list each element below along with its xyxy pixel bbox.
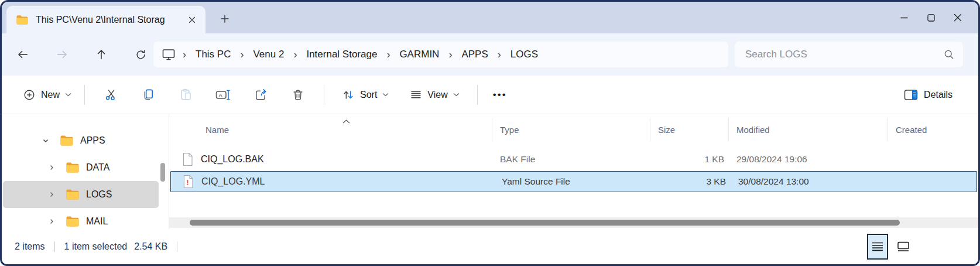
breadcrumb-separator: › [494, 49, 505, 61]
forward-button[interactable] [54, 46, 70, 63]
sidebar-item-apps[interactable]: APPS [3, 127, 159, 154]
tab-close-icon[interactable] [184, 12, 200, 28]
up-button[interactable] [93, 46, 109, 63]
breadcrumb-separator: › [179, 49, 190, 61]
folder-icon [66, 189, 80, 200]
breadcrumb-this-pc[interactable]: This PC [190, 46, 237, 63]
sidebar-scrollbar[interactable] [160, 163, 165, 182]
chevron-right-icon[interactable] [45, 191, 58, 198]
copy-button[interactable] [135, 83, 161, 107]
navigation-tree: APPS DATA LOGS [2, 114, 167, 229]
sidebar-item-data[interactable]: DATA [3, 154, 159, 181]
toolbar-divider [324, 85, 324, 105]
file-row-ciq-log-yml[interactable]: ! CIQ_LOG.YML Yaml Source File 3 KB 30/0… [170, 171, 977, 192]
file-modified: 30/08/2024 13:00 [731, 176, 890, 187]
details-pane-label: Details [924, 90, 952, 100]
breadcrumb-apps[interactable]: APPS [455, 46, 494, 63]
column-header-name[interactable]: Name [169, 118, 492, 141]
column-header-created[interactable]: Created [888, 118, 978, 141]
search-box[interactable] [735, 42, 963, 67]
rename-button[interactable]: A [210, 83, 236, 107]
cut-button[interactable] [98, 83, 124, 107]
horizontal-scrollbar-thumb[interactable] [190, 220, 900, 226]
file-explorer-window: This PC\Venu 2\Internal Storag [0, 0, 980, 266]
search-icon[interactable] [943, 49, 955, 60]
column-header-size[interactable]: Size [650, 118, 729, 141]
share-button[interactable] [248, 83, 273, 107]
sort-button-label: Sort [360, 90, 377, 100]
view-button-label: View [427, 90, 447, 100]
breadcrumb-garmin[interactable]: GARMIN [393, 46, 445, 63]
chevron-right-icon[interactable] [45, 218, 58, 225]
explorer-tab[interactable]: This PC\Venu 2\Internal Storag [6, 6, 205, 33]
breadcrumb-logs[interactable]: LOGS [505, 46, 544, 63]
file-list: Name Type Size Modified Created CIQ_LOG.… [169, 114, 978, 229]
folder-icon [66, 216, 80, 227]
chevron-right-icon[interactable] [45, 164, 58, 171]
titlebar: This PC\Venu 2\Internal Storag [2, 2, 978, 33]
sidebar-item-logs[interactable]: LOGS [3, 181, 159, 208]
chevron-down-icon [65, 93, 71, 97]
status-divider [54, 241, 55, 252]
folder-icon [16, 15, 29, 25]
delete-button[interactable] [285, 83, 311, 107]
file-type: BAK File [492, 154, 650, 165]
view-icon [410, 88, 422, 101]
svg-text:!: ! [186, 178, 189, 187]
sidebar-item-label: DATA [86, 162, 109, 173]
folder-icon [60, 135, 74, 146]
breadcrumb-venu-2[interactable]: Venu 2 [247, 46, 290, 63]
sort-button[interactable]: Sort [336, 84, 395, 106]
back-button[interactable] [15, 46, 31, 63]
search-input[interactable] [745, 49, 943, 60]
toolbar-divider [477, 85, 478, 105]
chevron-down-icon [453, 93, 460, 97]
selection-count: 1 item selected [64, 241, 128, 252]
toolbar-divider [84, 85, 85, 105]
refresh-button[interactable] [132, 46, 149, 63]
file-size: 1 KB [650, 154, 729, 165]
command-toolbar: New A Sort [2, 76, 978, 114]
plus-circle-icon [23, 88, 36, 101]
new-button[interactable]: New [17, 84, 77, 106]
paste-button[interactable] [173, 83, 198, 107]
address-bar[interactable]: › This PC › Venu 2 › Internal Storage › … [153, 42, 728, 67]
view-button[interactable]: View [404, 84, 465, 105]
breadcrumb-internal-storage[interactable]: Internal Storage [300, 46, 383, 63]
horizontal-scrollbar[interactable] [169, 217, 978, 228]
selection-size: 2.54 KB [134, 241, 167, 252]
chevron-down-icon[interactable] [39, 137, 52, 144]
this-pc-icon [162, 47, 176, 62]
content-area: APPS DATA LOGS [2, 114, 978, 229]
close-button[interactable] [944, 2, 971, 33]
file-modified: 29/08/2024 19:06 [729, 154, 888, 165]
breadcrumb-separator: › [445, 49, 455, 61]
breadcrumb-separator: › [237, 49, 247, 61]
sidebar-item-label: MAIL [86, 216, 108, 227]
details-view-toggle[interactable] [867, 234, 888, 260]
sidebar-item-mail[interactable]: MAIL [3, 208, 159, 229]
file-name: CIQ_LOG.YML [201, 176, 265, 187]
window-controls [890, 2, 971, 33]
details-view-icon [871, 241, 884, 252]
sort-icon [342, 88, 355, 101]
list-header: Name Type Size Modified Created [169, 118, 978, 141]
maximize-button[interactable] [917, 2, 944, 33]
file-type: Yaml Source File [494, 176, 652, 187]
new-button-label: New [41, 90, 60, 100]
navigation-bar: › This PC › Venu 2 › Internal Storage › … [2, 33, 978, 76]
details-pane-button[interactable]: Details [898, 84, 958, 105]
minimize-button[interactable] [890, 2, 917, 33]
file-name: CIQ_LOG.BAK [201, 154, 264, 165]
file-icon [182, 152, 193, 166]
file-row-ciq-log-bak[interactable]: CIQ_LOG.BAK BAK File 1 KB 29/08/2024 19:… [169, 148, 978, 170]
more-options-button[interactable]: ••• [485, 84, 515, 105]
new-tab-button[interactable] [216, 11, 234, 26]
thumbnail-view-toggle[interactable] [893, 234, 914, 260]
status-divider [177, 241, 177, 252]
tab-title: This PC\Venu 2\Internal Storag [36, 15, 180, 25]
sidebar-item-label: LOGS [86, 189, 112, 200]
column-header-modified[interactable]: Modified [729, 118, 888, 141]
column-header-type[interactable]: Type [492, 118, 650, 141]
status-bar: 2 items 1 item selected 2.54 KB [2, 229, 978, 264]
